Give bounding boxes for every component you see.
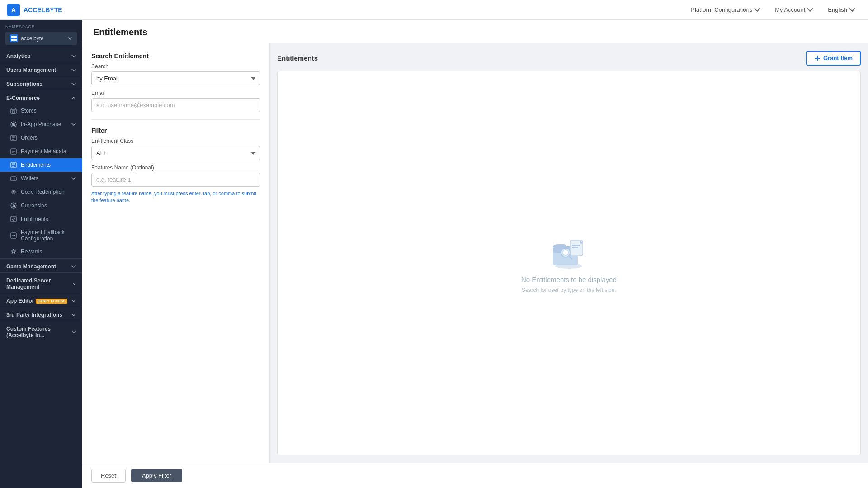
entitlement-class-group: Entitlement Class ALL ENTITLEMENT DISTRI… (91, 138, 260, 160)
namespace-label: NAMESPACE (5, 24, 77, 29)
platform-configs-button[interactable]: Platform Configurations (685, 4, 766, 16)
sidebar-item-fulfillments[interactable]: Fulfillments (0, 212, 82, 226)
features-name-label: Features Name (Optional) (91, 164, 260, 171)
page-title: Entitlements (93, 27, 857, 38)
sidebar-item-entitlements[interactable]: Entitlements (0, 158, 82, 172)
search-select[interactable]: by Email by User ID by Item ID (91, 71, 260, 85)
divider (91, 119, 260, 120)
sidebar-section-users: Users Management (0, 62, 82, 76)
svg-rect-20 (572, 247, 578, 248)
chevron-down-icon (71, 265, 76, 268)
logo-text: ACCELBYTE (24, 6, 62, 14)
sidebar-item-in-app-purchase[interactable]: In-App Purchase (0, 117, 82, 131)
sidebar-section-subscriptions: Subscriptions (0, 76, 82, 90)
filter-section: Filter Entitlement Class ALL ENTITLEMENT… (91, 127, 260, 204)
wallets-icon (10, 175, 17, 182)
sidebar-item-custom-features[interactable]: Custom Features (Accelbyte In... (0, 321, 82, 341)
entitlement-class-select[interactable]: ALL ENTITLEMENT DISTRIBUTION OPTIONBOX (91, 146, 260, 160)
features-name-input[interactable] (91, 173, 260, 187)
email-form-group: Email (91, 90, 260, 112)
chevron-up-icon (71, 97, 76, 99)
my-account-button[interactable]: My Account (769, 4, 819, 16)
filter-section-title: Filter (91, 127, 260, 134)
sidebar-item-analytics[interactable]: Analytics (0, 48, 82, 62)
chevron-down-icon (71, 177, 76, 180)
namespace-section: NAMESPACE accelbyte (0, 20, 82, 48)
namespace-selector[interactable]: accelbyte (5, 32, 77, 45)
search-label: Search (91, 63, 260, 70)
sidebar: NAMESPACE accelbyte Analytics Users (0, 20, 82, 488)
svg-rect-1 (14, 36, 17, 38)
sidebar-section-custom-features: Custom Features (Accelbyte In... (0, 321, 82, 341)
empty-subtitle: Search for user by type on the left side… (522, 287, 616, 293)
results-area: Entitlements Grant Item (270, 43, 868, 463)
logo-icon: A (7, 4, 20, 16)
code-icon (10, 188, 17, 196)
chevron-down-icon (71, 55, 76, 57)
chevron-down-icon (71, 314, 76, 316)
search-form-group: Search by Email by User ID by Item ID (91, 63, 260, 85)
reset-button[interactable]: Reset (91, 469, 126, 483)
sidebar-item-rewards[interactable]: Rewards (0, 245, 82, 258)
svg-point-23 (563, 250, 568, 255)
sidebar-item-3rd-party[interactable]: 3rd Party Integrations (0, 307, 82, 321)
sidebar-item-payment-metadata[interactable]: Payment Metadata (0, 145, 82, 158)
sidebar-item-orders[interactable]: Orders (0, 131, 82, 145)
features-hint: After typing a feature name, you must pr… (91, 190, 260, 204)
svg-rect-13 (11, 216, 16, 222)
svg-rect-5 (12, 111, 15, 113)
features-name-group: Features Name (Optional) After typing a … (91, 164, 260, 204)
namespace-icon (10, 34, 18, 42)
svg-rect-2 (11, 39, 14, 41)
chevron-down-icon (807, 7, 813, 13)
sidebar-item-wallets[interactable]: Wallets (0, 172, 82, 185)
empty-state-icon (548, 234, 589, 272)
topbar: A ACCELBYTE Platform Configurations My A… (0, 0, 868, 20)
sidebar-item-app-editor[interactable]: App Editor EARLY ACCESS (0, 293, 82, 307)
callback-icon (10, 232, 17, 239)
namespace-value: accelbyte (21, 35, 44, 42)
fulfillments-icon (10, 216, 17, 223)
sidebar-section-app-editor: App Editor EARLY ACCESS (0, 293, 82, 307)
plus-icon (814, 55, 821, 61)
sidebar-section-analytics: Analytics (0, 48, 82, 62)
sidebar-item-currencies[interactable]: Currencies (0, 199, 82, 212)
svg-rect-10 (11, 177, 16, 181)
sidebar-item-users-management[interactable]: Users Management (0, 62, 82, 76)
empty-title: No Entitlements to be displayed (521, 276, 617, 283)
store-icon (10, 107, 17, 114)
results-card: No Entitlements to be displayed Search f… (277, 71, 861, 455)
entitlement-class-label: Entitlement Class (91, 138, 260, 144)
language-button[interactable]: English (822, 4, 861, 16)
email-label: Email (91, 90, 260, 96)
chevron-down-icon (71, 123, 76, 126)
search-section-title: Search Entitlement (91, 52, 260, 60)
page-header: Entitlements (82, 20, 868, 43)
main: Entitlements Search Entitlement Search b… (82, 20, 868, 488)
logo: A ACCELBYTE (7, 4, 62, 16)
chevron-down-icon (71, 83, 76, 85)
sidebar-item-game-management[interactable]: Game Management (0, 259, 82, 272)
chevron-down-icon (72, 331, 76, 333)
bottom-bar: Reset Apply Filter (82, 463, 868, 488)
entitlements-icon (10, 161, 17, 169)
apply-filter-button[interactable]: Apply Filter (131, 469, 182, 482)
chevron-down-icon (72, 282, 76, 285)
grant-item-button[interactable]: Grant Item (806, 51, 861, 66)
empty-state: No Entitlements to be displayed Search f… (521, 234, 617, 293)
search-section: Search Entitlement Search by Email by Us… (91, 52, 260, 112)
chevron-down-icon (71, 300, 76, 302)
chevron-down-icon (754, 7, 760, 13)
sidebar-item-subscriptions[interactable]: Subscriptions (0, 76, 82, 90)
results-title: Entitlements (277, 54, 318, 62)
sidebar-item-payment-callback[interactable]: Payment Callback Configuration (0, 226, 82, 245)
sidebar-section-ecommerce: E-Commerce Stores In-App Purchase (0, 90, 82, 258)
sidebar-item-stores[interactable]: Stores (0, 104, 82, 117)
sidebar-item-dedicated-server[interactable]: Dedicated Server Management (0, 273, 82, 293)
sidebar-item-code-redemption[interactable]: Code Redemption (0, 185, 82, 199)
email-input[interactable] (91, 98, 260, 112)
sidebar-item-ecommerce[interactable]: E-Commerce (0, 90, 82, 104)
chevron-down-icon (71, 69, 76, 71)
svg-rect-21 (572, 249, 579, 249)
filter-panel: Search Entitlement Search by Email by Us… (82, 43, 270, 463)
